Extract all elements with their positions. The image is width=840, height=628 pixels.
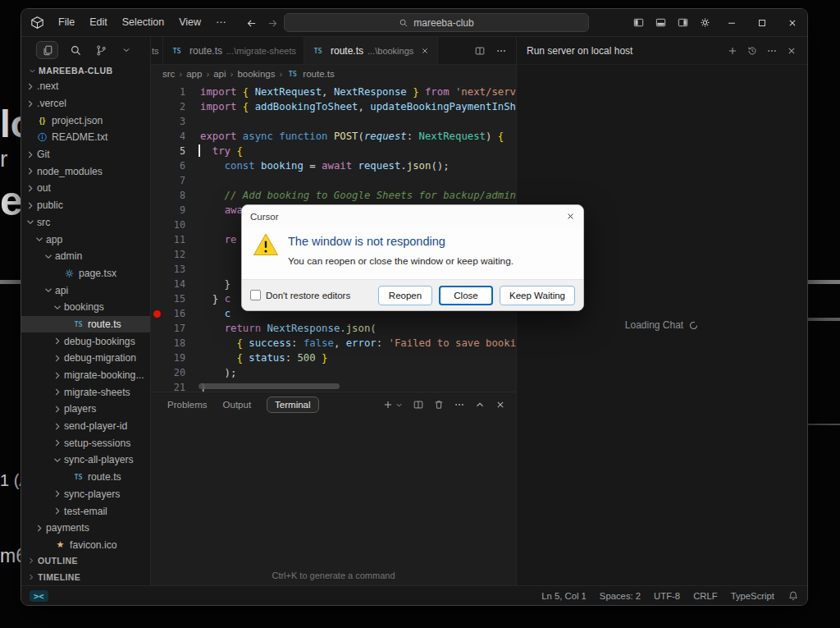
- tree-item-page-tsx[interactable]: page.tsx: [21, 265, 150, 282]
- tree-item-send-player-id[interactable]: send-player-id: [21, 418, 150, 435]
- search-view-button[interactable]: [67, 42, 84, 58]
- section-timeline[interactable]: TIMELINE: [21, 569, 150, 585]
- nav-back-icon[interactable]: [245, 17, 258, 30]
- tree-item-git[interactable]: Git: [21, 146, 150, 163]
- kill-terminal-icon[interactable]: [433, 399, 445, 410]
- toggle-secondary-sidebar-button[interactable]: [672, 9, 694, 36]
- gutter-breakpoint-zone[interactable]: [151, 173, 162, 188]
- gutter-breakpoint-zone[interactable]: [151, 85, 162, 99]
- gutter-breakpoint-zone[interactable]: [151, 351, 162, 365]
- close-panel-icon[interactable]: [495, 399, 506, 410]
- tree-item-sync-all-players[interactable]: sync-all-players: [21, 452, 150, 469]
- menu-item-selection[interactable]: Selection: [115, 9, 171, 36]
- gutter-breakpoint-zone[interactable]: [151, 291, 162, 306]
- menu-item-more[interactable]: ⋯: [208, 9, 234, 36]
- menu-item-file[interactable]: File: [51, 9, 82, 36]
- toggle-panel-button[interactable]: [650, 9, 672, 36]
- tree-item-out[interactable]: out: [21, 180, 150, 197]
- gutter-breakpoint-zone[interactable]: [151, 218, 162, 232]
- close-tab-icon[interactable]: [420, 46, 430, 56]
- breadcrumb-route-ts[interactable]: route.ts: [303, 69, 334, 79]
- gutter-breakpoint-zone[interactable]: [151, 247, 162, 262]
- tree-item-node-modules[interactable]: node_modules: [21, 163, 150, 180]
- gutter-breakpoint-zone[interactable]: [151, 129, 162, 144]
- explorer-root[interactable]: MAREEBA-CLUB: [21, 63, 150, 78]
- gutter-breakpoint-zone[interactable]: [151, 99, 162, 114]
- gutter-breakpoint-zone[interactable]: [151, 262, 162, 277]
- status-typescript[interactable]: TypeScript: [731, 591, 774, 601]
- restore-editors-checkbox[interactable]: [250, 290, 261, 300]
- status-utf-8[interactable]: UTF-8: [654, 591, 680, 601]
- gutter-breakpoint-zone[interactable]: [151, 188, 162, 203]
- close-window-button[interactable]: [777, 9, 807, 36]
- new-chat-icon[interactable]: [727, 45, 738, 57]
- tree-item-setup-sessions[interactable]: setup-sessions: [21, 434, 150, 452]
- status-spaces-2[interactable]: Spaces: 2: [600, 591, 641, 601]
- tree-item-bookings[interactable]: bookings: [21, 299, 150, 316]
- gutter-breakpoint-zone[interactable]: [151, 144, 162, 158]
- gutter-breakpoint-zone[interactable]: [151, 203, 162, 218]
- tree-item-api[interactable]: api: [21, 282, 150, 299]
- source-control-button[interactable]: [93, 42, 109, 58]
- minimize-button[interactable]: [716, 9, 746, 36]
- tree-item-admin[interactable]: admin: [21, 248, 150, 265]
- maximize-panel-icon[interactable]: [474, 399, 486, 410]
- tab-overflow-stub[interactable]: ts: [151, 37, 163, 64]
- status-crlf[interactable]: CRLF: [693, 591, 718, 601]
- editor-tab-migrate-sheets[interactable]: TSroute.ts...\migrate-sheets: [163, 37, 304, 64]
- gutter-breakpoint-zone[interactable]: [151, 114, 162, 129]
- tree-item-src[interactable]: src: [21, 214, 150, 231]
- tree-item-public[interactable]: public: [21, 197, 150, 214]
- terminal-more-icon[interactable]: [454, 399, 465, 410]
- tree-item-players[interactable]: players: [21, 401, 150, 418]
- tree-item-readme-txt[interactable]: README.txt: [21, 129, 150, 146]
- new-terminal-button[interactable]: [382, 399, 404, 410]
- chat-history-icon[interactable]: [746, 45, 758, 57]
- command-center-search[interactable]: mareeba-club: [284, 13, 589, 32]
- panel-tab-output[interactable]: Output: [223, 400, 252, 410]
- remote-indicator[interactable]: ><: [30, 590, 48, 602]
- tree-item-debug-bookings[interactable]: debug-bookings: [21, 332, 150, 350]
- tree-item-favicon-ico[interactable]: ★favicon.ico: [21, 537, 150, 552]
- status-ln-5-col-1[interactable]: Ln 5, Col 1: [541, 591, 587, 601]
- nav-forward-icon[interactable]: [267, 17, 279, 30]
- gutter-breakpoint-zone[interactable]: [151, 365, 162, 380]
- dialog-close-icon[interactable]: [565, 211, 576, 222]
- tree-item-route-ts[interactable]: TSroute.ts: [21, 316, 150, 333]
- settings-button[interactable]: [694, 9, 716, 36]
- more-views-button[interactable]: [118, 42, 135, 58]
- tree-item-migrate-booking[interactable]: migrate-booking...: [21, 367, 150, 384]
- tree-item-next[interactable]: .next: [21, 78, 150, 95]
- dialog-button-close[interactable]: Close: [439, 286, 493, 305]
- gutter-breakpoint-zone[interactable]: [151, 380, 162, 392]
- breadcrumb-app[interactable]: app: [186, 69, 202, 79]
- section-outline[interactable]: OUTLINE: [21, 552, 150, 569]
- tree-item-vercel[interactable]: .vercel: [21, 95, 150, 112]
- tree-item-migrate-sheets[interactable]: migrate-sheets: [21, 383, 150, 401]
- gutter-breakpoint-zone[interactable]: [151, 336, 162, 351]
- chat-more-icon[interactable]: [766, 45, 778, 57]
- maximize-button[interactable]: [746, 9, 777, 36]
- menu-item-edit[interactable]: Edit: [82, 9, 115, 36]
- explorer-view-button[interactable]: [36, 41, 58, 59]
- split-editor-icon[interactable]: [474, 45, 486, 57]
- terminal-content[interactable]: Ctrl+K to generate a command: [151, 417, 516, 585]
- breadcrumb-src[interactable]: src: [162, 69, 175, 79]
- tree-item-route-ts[interactable]: TSroute.ts: [21, 469, 150, 486]
- tree-item-payments[interactable]: payments: [21, 520, 150, 537]
- breadcrumb-bookings[interactable]: bookings: [237, 69, 275, 79]
- tree-item-sync-players[interactable]: sync-players: [21, 486, 150, 503]
- split-terminal-icon[interactable]: [413, 399, 424, 410]
- gutter-breakpoint-zone[interactable]: [151, 277, 162, 291]
- close-chat-panel-icon[interactable]: [786, 45, 797, 57]
- dialog-button-reopen[interactable]: Reopen: [378, 286, 432, 305]
- editor-more-icon[interactable]: [495, 45, 507, 57]
- panel-tab-terminal[interactable]: Terminal: [267, 397, 318, 413]
- editor-tab-bookings[interactable]: TSroute.ts...\bookings: [304, 37, 438, 64]
- gutter-breakpoint-zone[interactable]: [151, 158, 162, 173]
- dialog-button-keep-waiting[interactable]: Keep Waiting: [500, 286, 575, 305]
- tree-item-debug-migration[interactable]: debug-migration: [21, 350, 150, 367]
- horizontal-scrollbar-thumb[interactable]: [199, 383, 340, 389]
- gutter-breakpoint-zone[interactable]: [151, 321, 162, 336]
- breadcrumb-api[interactable]: api: [213, 69, 226, 79]
